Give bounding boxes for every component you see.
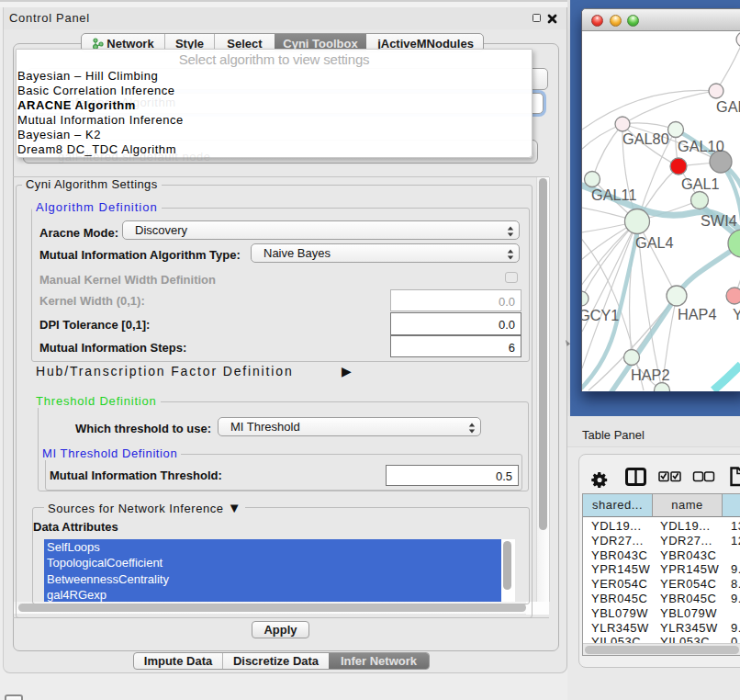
svg-text:GCY1: GCY1 xyxy=(582,307,619,323)
svg-text:SWI4: SWI4 xyxy=(701,212,737,229)
svg-text:GAL10: GAL10 xyxy=(678,138,724,154)
svg-text:HAP2: HAP2 xyxy=(631,367,670,383)
svg-text:GAL1: GAL1 xyxy=(681,175,720,192)
svg-text:GAL80: GAL80 xyxy=(622,130,669,147)
svg-text:HAP4: HAP4 xyxy=(678,306,717,322)
svg-text:GAL11: GAL11 xyxy=(591,186,636,203)
svg-text:GAL4: GAL4 xyxy=(635,234,674,251)
svg-text:Y: Y xyxy=(733,306,740,322)
svg-text:GAL7: GAL7 xyxy=(716,98,740,115)
